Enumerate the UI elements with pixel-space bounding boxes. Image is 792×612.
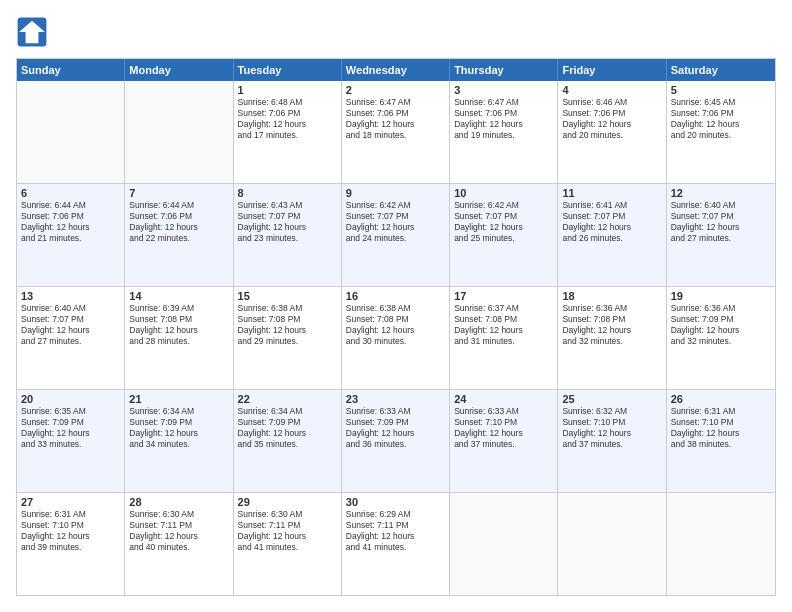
cell-text: Sunrise: 6:34 AM Sunset: 7:09 PM Dayligh… (238, 406, 337, 450)
cal-cell: 25Sunrise: 6:32 AM Sunset: 7:10 PM Dayli… (558, 390, 666, 492)
cell-text: Sunrise: 6:32 AM Sunset: 7:10 PM Dayligh… (562, 406, 661, 450)
cal-cell: 11Sunrise: 6:41 AM Sunset: 7:07 PM Dayli… (558, 184, 666, 286)
cal-cell: 8Sunrise: 6:43 AM Sunset: 7:07 PM Daylig… (234, 184, 342, 286)
cal-header-cell: Sunday (17, 59, 125, 81)
cal-header-cell: Thursday (450, 59, 558, 81)
cal-row: 1Sunrise: 6:48 AM Sunset: 7:06 PM Daylig… (17, 81, 775, 183)
cell-text: Sunrise: 6:44 AM Sunset: 7:06 PM Dayligh… (21, 200, 120, 244)
cal-cell: 4Sunrise: 6:46 AM Sunset: 7:06 PM Daylig… (558, 81, 666, 183)
day-number: 18 (562, 290, 661, 302)
cell-text: Sunrise: 6:36 AM Sunset: 7:08 PM Dayligh… (562, 303, 661, 347)
day-number: 27 (21, 496, 120, 508)
cal-row: 6Sunrise: 6:44 AM Sunset: 7:06 PM Daylig… (17, 183, 775, 286)
cell-text: Sunrise: 6:48 AM Sunset: 7:06 PM Dayligh… (238, 97, 337, 141)
cal-cell (450, 493, 558, 595)
cell-text: Sunrise: 6:34 AM Sunset: 7:09 PM Dayligh… (129, 406, 228, 450)
cal-cell: 15Sunrise: 6:38 AM Sunset: 7:08 PM Dayli… (234, 287, 342, 389)
cell-text: Sunrise: 6:33 AM Sunset: 7:09 PM Dayligh… (346, 406, 445, 450)
cal-cell: 10Sunrise: 6:42 AM Sunset: 7:07 PM Dayli… (450, 184, 558, 286)
cal-cell: 12Sunrise: 6:40 AM Sunset: 7:07 PM Dayli… (667, 184, 775, 286)
cell-text: Sunrise: 6:38 AM Sunset: 7:08 PM Dayligh… (346, 303, 445, 347)
cal-cell: 27Sunrise: 6:31 AM Sunset: 7:10 PM Dayli… (17, 493, 125, 595)
cal-header-cell: Monday (125, 59, 233, 81)
cell-text: Sunrise: 6:40 AM Sunset: 7:07 PM Dayligh… (671, 200, 771, 244)
day-number: 23 (346, 393, 445, 405)
day-number: 25 (562, 393, 661, 405)
day-number: 21 (129, 393, 228, 405)
cell-text: Sunrise: 6:42 AM Sunset: 7:07 PM Dayligh… (454, 200, 553, 244)
cal-cell: 23Sunrise: 6:33 AM Sunset: 7:09 PM Dayli… (342, 390, 450, 492)
day-number: 6 (21, 187, 120, 199)
cell-text: Sunrise: 6:35 AM Sunset: 7:09 PM Dayligh… (21, 406, 120, 450)
cal-cell: 17Sunrise: 6:37 AM Sunset: 7:08 PM Dayli… (450, 287, 558, 389)
cal-cell: 2Sunrise: 6:47 AM Sunset: 7:06 PM Daylig… (342, 81, 450, 183)
day-number: 16 (346, 290, 445, 302)
cal-header-cell: Tuesday (234, 59, 342, 81)
day-number: 14 (129, 290, 228, 302)
cell-text: Sunrise: 6:47 AM Sunset: 7:06 PM Dayligh… (346, 97, 445, 141)
cell-text: Sunrise: 6:45 AM Sunset: 7:06 PM Dayligh… (671, 97, 771, 141)
logo (16, 16, 52, 48)
cal-cell: 9Sunrise: 6:42 AM Sunset: 7:07 PM Daylig… (342, 184, 450, 286)
day-number: 5 (671, 84, 771, 96)
day-number: 10 (454, 187, 553, 199)
day-number: 15 (238, 290, 337, 302)
cal-cell: 30Sunrise: 6:29 AM Sunset: 7:11 PM Dayli… (342, 493, 450, 595)
logo-icon (16, 16, 48, 48)
cal-cell: 20Sunrise: 6:35 AM Sunset: 7:09 PM Dayli… (17, 390, 125, 492)
cell-text: Sunrise: 6:29 AM Sunset: 7:11 PM Dayligh… (346, 509, 445, 553)
cell-text: Sunrise: 6:46 AM Sunset: 7:06 PM Dayligh… (562, 97, 661, 141)
cal-cell (558, 493, 666, 595)
day-number: 29 (238, 496, 337, 508)
cell-text: Sunrise: 6:39 AM Sunset: 7:08 PM Dayligh… (129, 303, 228, 347)
cal-row: 27Sunrise: 6:31 AM Sunset: 7:10 PM Dayli… (17, 492, 775, 595)
cal-cell: 29Sunrise: 6:30 AM Sunset: 7:11 PM Dayli… (234, 493, 342, 595)
day-number: 13 (21, 290, 120, 302)
cal-cell: 1Sunrise: 6:48 AM Sunset: 7:06 PM Daylig… (234, 81, 342, 183)
cal-cell: 22Sunrise: 6:34 AM Sunset: 7:09 PM Dayli… (234, 390, 342, 492)
cell-text: Sunrise: 6:33 AM Sunset: 7:10 PM Dayligh… (454, 406, 553, 450)
cell-text: Sunrise: 6:41 AM Sunset: 7:07 PM Dayligh… (562, 200, 661, 244)
cal-cell (667, 493, 775, 595)
page: SundayMondayTuesdayWednesdayThursdayFrid… (0, 0, 792, 612)
cal-cell: 13Sunrise: 6:40 AM Sunset: 7:07 PM Dayli… (17, 287, 125, 389)
day-number: 19 (671, 290, 771, 302)
cal-cell: 16Sunrise: 6:38 AM Sunset: 7:08 PM Dayli… (342, 287, 450, 389)
day-number: 22 (238, 393, 337, 405)
day-number: 24 (454, 393, 553, 405)
day-number: 11 (562, 187, 661, 199)
day-number: 20 (21, 393, 120, 405)
cell-text: Sunrise: 6:38 AM Sunset: 7:08 PM Dayligh… (238, 303, 337, 347)
day-number: 30 (346, 496, 445, 508)
cal-cell: 28Sunrise: 6:30 AM Sunset: 7:11 PM Dayli… (125, 493, 233, 595)
cal-row: 20Sunrise: 6:35 AM Sunset: 7:09 PM Dayli… (17, 389, 775, 492)
day-number: 17 (454, 290, 553, 302)
day-number: 9 (346, 187, 445, 199)
day-number: 8 (238, 187, 337, 199)
day-number: 4 (562, 84, 661, 96)
cell-text: Sunrise: 6:30 AM Sunset: 7:11 PM Dayligh… (238, 509, 337, 553)
cell-text: Sunrise: 6:43 AM Sunset: 7:07 PM Dayligh… (238, 200, 337, 244)
calendar: SundayMondayTuesdayWednesdayThursdayFrid… (16, 58, 776, 596)
cell-text: Sunrise: 6:31 AM Sunset: 7:10 PM Dayligh… (671, 406, 771, 450)
day-number: 7 (129, 187, 228, 199)
cal-cell: 24Sunrise: 6:33 AM Sunset: 7:10 PM Dayli… (450, 390, 558, 492)
day-number: 26 (671, 393, 771, 405)
cal-cell: 7Sunrise: 6:44 AM Sunset: 7:06 PM Daylig… (125, 184, 233, 286)
calendar-body: 1Sunrise: 6:48 AM Sunset: 7:06 PM Daylig… (17, 81, 775, 595)
day-number: 12 (671, 187, 771, 199)
cell-text: Sunrise: 6:40 AM Sunset: 7:07 PM Dayligh… (21, 303, 120, 347)
header (16, 16, 776, 48)
cal-cell: 19Sunrise: 6:36 AM Sunset: 7:09 PM Dayli… (667, 287, 775, 389)
cal-header-cell: Wednesday (342, 59, 450, 81)
cal-cell: 26Sunrise: 6:31 AM Sunset: 7:10 PM Dayli… (667, 390, 775, 492)
day-number: 1 (238, 84, 337, 96)
cell-text: Sunrise: 6:31 AM Sunset: 7:10 PM Dayligh… (21, 509, 120, 553)
day-number: 3 (454, 84, 553, 96)
cell-text: Sunrise: 6:30 AM Sunset: 7:11 PM Dayligh… (129, 509, 228, 553)
cell-text: Sunrise: 6:44 AM Sunset: 7:06 PM Dayligh… (129, 200, 228, 244)
cell-text: Sunrise: 6:37 AM Sunset: 7:08 PM Dayligh… (454, 303, 553, 347)
cal-cell: 14Sunrise: 6:39 AM Sunset: 7:08 PM Dayli… (125, 287, 233, 389)
cal-cell: 18Sunrise: 6:36 AM Sunset: 7:08 PM Dayli… (558, 287, 666, 389)
cell-text: Sunrise: 6:36 AM Sunset: 7:09 PM Dayligh… (671, 303, 771, 347)
